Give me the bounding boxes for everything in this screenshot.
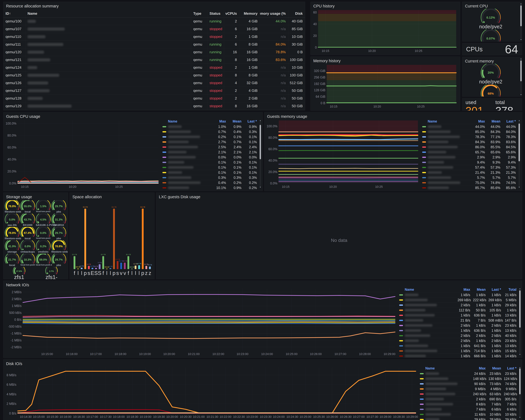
legend-scrollbar[interactable]: ▲▼ (518, 119, 520, 188)
legend-series[interactable] (419, 372, 472, 375)
legend-row[interactable]: 2.5%2.4%2.4% (162, 144, 258, 149)
legend-scrollbar[interactable]: ▲▼ (259, 119, 261, 188)
legend-series[interactable] (399, 334, 456, 337)
legend-col-mean[interactable]: Mean (472, 288, 487, 291)
legend-col-mean[interactable]: Mean (227, 119, 243, 123)
legend-row[interactable]: 112 B/s50 B/s105 B/s1 kB/s (399, 308, 518, 313)
table-row[interactable]: qemu/129qemustopped816 GiBn/a50 GiB (3, 102, 305, 110)
legend-series[interactable] (419, 408, 472, 411)
legend-row[interactable]: 2.9%2.9%2.9% (422, 155, 517, 160)
legend-row[interactable]: 0.1%0.1%0.1% (162, 165, 258, 170)
legend-series[interactable] (422, 166, 471, 169)
legend-series[interactable] (422, 151, 471, 153)
table-row[interactable]: qemu/125qemustopped88 GiBn/a100 GiB (3, 71, 305, 79)
legend-series[interactable] (422, 131, 471, 133)
column-header-disk[interactable]: Disk (288, 10, 305, 17)
legend-series[interactable] (419, 398, 472, 400)
legend-series[interactable] (422, 171, 471, 174)
legend-row[interactable]: 5.7%5.7%5.7% (422, 175, 517, 180)
resource-table[interactable]: ID ↑NameTypeStatusvCPUsMemoryMemory usag… (3, 10, 305, 110)
legend-series[interactable] (399, 324, 456, 327)
legend-series[interactable] (399, 350, 456, 352)
legend-series[interactable] (422, 146, 471, 148)
legend-row[interactable]: 269 kB/s222 kB/s269 kB/s5 MB/s (399, 297, 518, 302)
legend-series[interactable] (162, 171, 212, 174)
legend-row[interactable]: 0.2%0.1%0.1% (162, 134, 258, 139)
space-allocation-chart[interactable]: 20.1 TB820 GB2.2 TB93.4 TB5.0 TB2.0 TB1.… (71, 200, 153, 278)
legend-row[interactable]: 2 kB/s690 B/s305 B/s (419, 396, 518, 401)
legend-row[interactable]: 0.3%0.3%0.3% (162, 175, 258, 180)
legend-series[interactable] (422, 176, 471, 179)
legend-col-name[interactable]: Name (422, 119, 471, 123)
scroll-down-icon[interactable]: ▼ (519, 353, 521, 355)
legend-series[interactable] (162, 125, 212, 128)
guests-memory-chart[interactable]: 0.0%20.0%40.0%60.0%80.0%100.0%10:1510:20… (266, 119, 420, 189)
legend-row[interactable]: 0.1%0.1%0.1% (162, 160, 258, 165)
legend-col-max[interactable]: Max (471, 119, 486, 123)
legend-series[interactable] (422, 156, 471, 159)
legend-series[interactable] (422, 161, 471, 164)
table-row[interactable]: qemu/120qemurunning1616 GiB78.8%0 B (3, 48, 305, 56)
legend-row[interactable]: 57.4%57.3%57.3% (422, 165, 517, 170)
legend-row[interactable]: 44.0%44.0%44.0% (422, 124, 517, 129)
legend-series[interactable] (419, 413, 472, 416)
table-row[interactable]: qemu/111qemurunning68 GiB84.0%30 GiB (3, 41, 305, 48)
legend-row[interactable]: 85.0%84.3%84.0% (422, 129, 517, 134)
column-header-vcpus[interactable]: vCPUs (224, 10, 239, 17)
column-header-memory[interactable]: Memory (239, 10, 260, 17)
scroll-up-icon[interactable]: ▲ (519, 366, 521, 368)
legend-row[interactable]: 1 kB/s641 B/s1 kB/s13 kB/s (399, 343, 518, 348)
legend-series[interactable] (422, 125, 471, 128)
legend-series[interactable] (162, 146, 212, 148)
legend-row[interactable]: 1 kB/s636 B/s1 kB/s13 kB/s (399, 328, 518, 333)
legend-series[interactable] (422, 136, 471, 138)
scroll-down-icon[interactable]: ▼ (520, 93, 522, 96)
scrollbar[interactable]: ▲▼ (520, 58, 522, 96)
legend-row[interactable]: 1 kB/s1 kB/s1 kB/s21 kB/s (399, 292, 518, 297)
cpu-history-chart[interactable]: 020406010:1510:2010:25 (312, 8, 458, 54)
legend-row[interactable]: 8 kB/s7 kB/s7 kB/s (419, 401, 518, 407)
legend-col-max[interactable]: Max (472, 366, 487, 370)
disk-io-chart[interactable]: 0 B/s2 MB/s4 MB/s6 MB/s8 MB/s10:14:3010:… (5, 365, 418, 420)
memory-history-chart[interactable]: 0 B64 GiB128 GiB192 GiB256 GiB320 GiB10:… (312, 63, 458, 109)
legend-row[interactable]: 1 kB/s666 B/s1 kB/s14 kB/s (399, 353, 518, 358)
legend-row[interactable]: 2 kB/s2 kB/s2 kB/s40 kB/s (399, 333, 518, 338)
legend-col-max[interactable]: Max (212, 119, 227, 123)
legend-row[interactable]: 85.7%85.6%85.6% (422, 185, 517, 190)
legend-row[interactable]: 7 kB/s6 kB/s6 kB/s (419, 407, 518, 412)
legend-row[interactable]: 1 kB/s714 B/s1 kB/s15 kB/s (399, 348, 518, 353)
scroll-up-icon[interactable]: ▲ (259, 119, 261, 121)
scroll-up-icon[interactable]: ▲ (518, 119, 520, 121)
legend-row[interactable]: 2 kB/s1 kB/s2 kB/s23 kB/s (399, 323, 518, 328)
table-row[interactable]: qemu/107qemustopped616 GiBn/a85 GiB (3, 25, 305, 33)
legend-series[interactable] (399, 294, 456, 296)
legend-col-name[interactable]: Name (419, 366, 472, 370)
legend-series[interactable] (162, 141, 212, 143)
table-row[interactable]: qemu/124qemustopped21 GiBn/a10 GiB (3, 64, 305, 71)
legend-row[interactable]: 2 kB/s1 kB/s2 kB/s23 kB/s (399, 338, 518, 343)
legend-series[interactable] (162, 166, 212, 169)
legend-col-name[interactable]: Name (399, 288, 456, 291)
legend-series[interactable] (419, 388, 472, 390)
legend-series[interactable] (399, 329, 456, 332)
column-header-id[interactable]: ID ↑ (3, 10, 25, 17)
column-header-type[interactable]: Type (191, 10, 207, 17)
column-header-name[interactable]: Name (25, 10, 191, 17)
network-io-legend[interactable]: NameMaxMeanLast *Total1 kB/s1 kB/s1 kB/s… (399, 287, 521, 356)
legend-row[interactable]: 11 kB/s10 kB/s10 kB/s (419, 412, 518, 417)
legend-series[interactable] (419, 403, 472, 405)
legend-row[interactable]: 29 kB/s28 kB/s29 kB/s (419, 417, 518, 420)
legend-row[interactable]: 2.1%2.1%2.1% (162, 149, 258, 155)
table-row[interactable]: qemu/110qemustopped21 GiBn/a10 GiB (3, 33, 305, 41)
legend-col-max[interactable]: Max (456, 288, 472, 291)
legend-series[interactable] (419, 418, 472, 420)
legend-series[interactable] (399, 319, 456, 322)
guests-cpu-chart[interactable]: 0.0%20.0%40.0%60.0%80.0%100.0%10:1510:20… (5, 119, 160, 189)
legend-series[interactable] (419, 383, 472, 385)
legend-series[interactable] (419, 377, 472, 380)
legend-series[interactable] (422, 181, 471, 184)
legend-scrollbar[interactable]: ▲▼ (519, 288, 521, 355)
legend-series[interactable] (399, 309, 456, 311)
legend-series[interactable] (399, 345, 456, 347)
table-row[interactable]: qemu/100qemurunning24 GiB44.0%40 GiB (3, 18, 305, 25)
